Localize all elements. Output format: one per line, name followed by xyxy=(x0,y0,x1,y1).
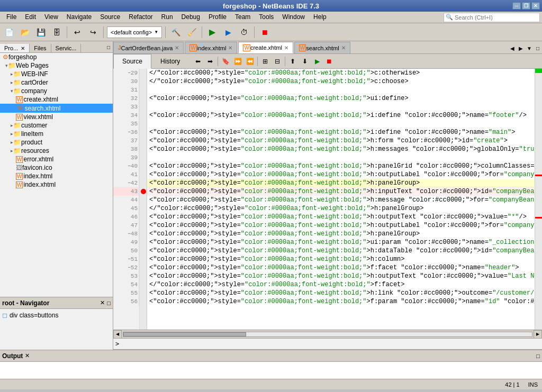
menu-tools[interactable]: Tools xyxy=(255,12,278,22)
menu-file[interactable]: File xyxy=(2,12,21,22)
clean-build-button[interactable]: 🧹 xyxy=(185,25,198,39)
menu-profile[interactable]: Profile xyxy=(204,12,231,22)
scroll-track[interactable] xyxy=(123,332,532,337)
collapse-marker-51[interactable]: − xyxy=(125,255,131,263)
scroll-right-button[interactable]: ▶ xyxy=(534,330,542,339)
scroll-left-button[interactable]: ◀ xyxy=(113,330,122,339)
tree-item-index-xhtml[interactable]: Windex.xhtml xyxy=(0,180,113,189)
tree-item-favicon-ico[interactable]: 🖼favicon.ico xyxy=(0,163,113,172)
tab-projects[interactable]: Pro... ✕ xyxy=(0,44,30,52)
tab-scroll-right-button[interactable]: ▶ xyxy=(517,43,525,53)
tree-item-index-html[interactable]: Windex.html xyxy=(0,172,113,180)
horizontal-scrollbar[interactable]: ◀ ▶ xyxy=(113,330,542,338)
margin-cell-32 xyxy=(140,94,147,103)
collapse-marker-36[interactable]: − xyxy=(125,128,131,136)
config-dropdown[interactable]: <default config> ▼ xyxy=(107,26,162,38)
open-button[interactable]: 📂 xyxy=(18,25,32,39)
menu-team[interactable]: Team xyxy=(231,12,255,22)
debug-button[interactable]: ▶ xyxy=(221,25,235,39)
tree-item-WEB-INF[interactable]: ▸ 📁WEB-INF xyxy=(0,70,113,78)
save-button[interactable]: 💾 xyxy=(34,25,48,39)
command-input[interactable] xyxy=(120,340,540,348)
nav-item[interactable]: ◻ div class=buttons xyxy=(2,311,111,320)
navigator-maximize-icon[interactable]: □ xyxy=(107,300,111,306)
menu-debug[interactable]: Debug xyxy=(177,12,204,22)
next-error-button[interactable]: ⬇ xyxy=(299,56,311,67)
code-line-32: <"color:#cc0000;">style="color:#0000aa;f… xyxy=(147,94,535,103)
tree-item-create-xhtml[interactable]: Wcreate.xhtml xyxy=(0,95,113,104)
menu-source[interactable]: Source xyxy=(96,12,124,22)
restore-button[interactable]: ❐ xyxy=(522,2,530,10)
navigator-close-icon[interactable]: ✕ xyxy=(100,299,105,306)
menu-navigate[interactable]: Navigate xyxy=(62,12,96,22)
close-button[interactable]: ✕ xyxy=(531,2,540,10)
build-button[interactable]: 🔨 xyxy=(169,25,183,39)
next-bookmark-button[interactable]: ⏩ xyxy=(232,56,243,67)
new-button[interactable]: 📄 xyxy=(2,25,16,39)
prev-bookmark-button[interactable]: ⏪ xyxy=(244,56,256,67)
tree-item-product[interactable]: ▸ 📁product xyxy=(0,138,113,147)
tree-item-resources[interactable]: ▸ 📁resources xyxy=(0,147,113,155)
separator-4 xyxy=(202,26,202,38)
expand-all-button[interactable]: ⊟ xyxy=(272,56,283,67)
tree-item-company[interactable]: ▾ 📁company xyxy=(0,87,113,95)
src-separator-2 xyxy=(257,57,258,66)
output-maximize-icon[interactable]: □ xyxy=(536,353,540,359)
search-input[interactable] xyxy=(455,14,539,21)
tree-item-error-xhtml[interactable]: Werror.xhtml xyxy=(0,155,113,163)
menu-refactor[interactable]: Refactor xyxy=(124,12,157,22)
tab-source[interactable]: Source xyxy=(113,54,151,69)
editor-tab-index-xhtml[interactable]: W index.xhtml✕ xyxy=(185,42,237,53)
prev-error-button[interactable]: ⬆ xyxy=(287,56,299,67)
line-num-44: 44 xyxy=(113,196,139,204)
editor-tab-search-xhtml[interactable]: W search.xhtml✕ xyxy=(294,42,350,53)
run-button[interactable]: ▶ xyxy=(205,25,219,39)
panel-maximize-button[interactable]: □ xyxy=(104,42,113,52)
collapse-marker-42[interactable]: − xyxy=(125,179,131,187)
menu-help[interactable]: Help xyxy=(309,12,331,22)
output-header: Output ✕ □ xyxy=(0,350,542,362)
menu-view[interactable]: View xyxy=(40,12,62,22)
stop-button-src[interactable]: ⏹ xyxy=(323,56,335,67)
line-num-39: 39 xyxy=(113,153,139,162)
menu-run[interactable]: Run xyxy=(157,12,177,22)
tree-item-lineItem[interactable]: ▸ 📁lineItem xyxy=(0,130,113,138)
toggle-fold-button[interactable]: ⊞ xyxy=(259,56,271,67)
tab-projects-close-icon[interactable]: ✕ xyxy=(21,45,25,51)
editor-tab-CartOrderBean-java[interactable]: J CartOrderBean.java✕ xyxy=(113,42,184,53)
line-num-37: 37 xyxy=(113,136,139,145)
toggle-bookmark-button[interactable]: 🔖 xyxy=(220,56,231,67)
tree-item-search-xhtml[interactable]: Wsearch.xhtml xyxy=(0,104,113,113)
scroll-thumb[interactable] xyxy=(123,332,246,336)
back-button[interactable]: ⬅ xyxy=(192,56,204,67)
tree-item-customer[interactable]: ▸ 📁customer xyxy=(0,121,113,130)
tree-item-cartOrder[interactable]: ▸ 📁cartOrder xyxy=(0,78,113,87)
run-button-src[interactable]: ▶ xyxy=(311,56,323,67)
tab-maximize-button[interactable]: □ xyxy=(534,43,542,53)
profile-button[interactable]: ⏱ xyxy=(237,25,251,39)
tree-item-forgeshop[interactable]: ⚙forgeshop xyxy=(0,53,113,61)
tree-item-Web-Pages[interactable]: ▾ 📁Web Pages xyxy=(0,61,113,70)
tab-services[interactable]: Servic... xyxy=(51,44,82,52)
menu-window[interactable]: Window xyxy=(278,12,309,22)
tab-scroll-left-button[interactable]: ◀ xyxy=(508,43,517,53)
tab-files[interactable]: Files xyxy=(30,44,51,52)
stop-button[interactable]: ⏹ xyxy=(258,25,272,39)
collapse-marker-29[interactable]: − xyxy=(125,69,131,77)
tab-history[interactable]: History xyxy=(151,54,189,69)
undo-button[interactable]: ↩ xyxy=(70,25,84,39)
menu-edit[interactable]: Edit xyxy=(21,12,40,22)
code-content[interactable]: </"color:#cc0000;">style="color:#0000aa;… xyxy=(147,69,535,330)
redo-button[interactable]: ↪ xyxy=(86,25,100,39)
tab-dropdown-button[interactable]: ▼ xyxy=(525,43,534,53)
output-close-icon[interactable]: ✕ xyxy=(25,352,30,359)
editor-tab-create-xhtml[interactable]: W create.xhtml✕ xyxy=(238,42,293,53)
collapse-marker-52[interactable]: − xyxy=(125,263,131,272)
collapse-marker-48[interactable]: − xyxy=(125,230,131,238)
output-panel: Output ✕ □ xyxy=(0,350,542,379)
forward-button[interactable]: ➡ xyxy=(204,56,216,67)
tree-item-view-xhtml[interactable]: Wview.xhtml xyxy=(0,113,113,121)
save-all-button[interactable]: 🗄 xyxy=(50,25,64,39)
minimize-button[interactable]: ─ xyxy=(512,2,521,10)
collapse-marker-40[interactable]: − xyxy=(125,162,131,170)
